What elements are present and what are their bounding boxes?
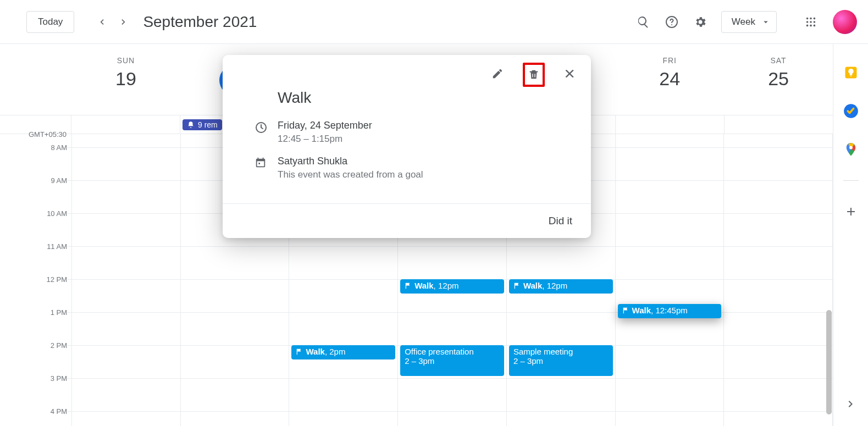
edit-event-button[interactable]	[486, 63, 508, 85]
day-of-month-label: 24	[615, 68, 724, 90]
allday-cell-fri[interactable]	[616, 115, 725, 134]
next-week-button[interactable]	[113, 11, 135, 33]
dropdown-caret-icon	[761, 17, 771, 27]
timezone-column-header	[0, 44, 71, 115]
day-of-month-label: 25	[724, 68, 833, 90]
help-icon	[665, 15, 678, 29]
side-panel-divider	[843, 180, 859, 181]
plus-icon	[844, 205, 858, 218]
maps-button[interactable]	[840, 139, 862, 161]
popover-origin: This event was created from a goal	[278, 169, 423, 180]
hour-label: 4 PM	[51, 407, 67, 416]
hour-label: 12 PM	[46, 275, 67, 284]
svg-point-6	[810, 21, 812, 23]
hour-label: 1 PM	[51, 308, 67, 317]
calendar-event[interactable]: Office presentation2 – 3pm	[400, 345, 504, 376]
calendar-event[interactable]: Walk, 12pm	[400, 279, 504, 294]
svg-point-14	[849, 146, 853, 150]
header: Today September 2021 Week	[0, 0, 868, 44]
view-selector[interactable]: Week	[721, 11, 777, 33]
hour-label: 3 PM	[51, 374, 67, 383]
maps-icon	[843, 142, 859, 157]
day-header-sat[interactable]: SAT 25	[724, 44, 833, 115]
close-popover-button[interactable]	[559, 63, 581, 85]
reminder-icon	[187, 121, 195, 129]
calendar-event[interactable]: Sample meeting2 – 3pm	[509, 345, 613, 376]
event-popover: Walk Friday, 24 September 12:45 – 1:15pm	[223, 55, 591, 238]
day-of-month-label: 19	[71, 68, 180, 90]
view-selector-label: Week	[732, 16, 755, 27]
clock-icon	[255, 121, 268, 134]
day-of-week-label: FRI	[615, 56, 724, 65]
svg-point-5	[806, 21, 809, 23]
delete-highlight-annotation	[523, 63, 545, 87]
chevron-right-icon	[118, 16, 129, 27]
keep-button[interactable]	[840, 62, 862, 84]
day-col-sat[interactable]	[724, 134, 833, 426]
chevron-left-icon	[96, 16, 107, 27]
hours-column: 8 AM9 AM10 AM11 AM12 PM1 PM2 PM3 PM4 PM	[0, 134, 71, 426]
day-header-sun[interactable]: SUN 19	[71, 44, 180, 115]
tasks-button[interactable]	[840, 100, 862, 122]
svg-point-8	[806, 24, 809, 26]
help-button[interactable]	[660, 10, 684, 34]
allday-cell-sat[interactable]	[725, 115, 833, 134]
day-col-sun[interactable]	[71, 134, 181, 426]
day-header-fri[interactable]: FRI 24	[615, 44, 724, 115]
reminder-chip[interactable]: 9 rem	[183, 119, 222, 130]
calendar-event[interactable]: Walk, 12:45pm	[618, 304, 722, 318]
today-button[interactable]: Today	[26, 11, 74, 33]
apps-grid-icon	[805, 16, 817, 28]
day-of-week-label: SUN	[71, 56, 180, 65]
trash-icon	[528, 69, 540, 81]
svg-point-7	[814, 21, 816, 23]
allday-cell-sun[interactable]	[71, 115, 180, 134]
nav-arrows	[91, 11, 135, 33]
popover-time: 12:45 – 1:15pm	[278, 134, 372, 145]
keep-icon	[843, 65, 859, 80]
pencil-icon	[491, 68, 504, 80]
scrollbar-thumb[interactable]	[826, 310, 832, 414]
gear-icon	[694, 15, 707, 29]
svg-point-2	[806, 17, 809, 19]
popover-actions	[223, 55, 591, 87]
day-of-week-label: SAT	[724, 56, 833, 65]
svg-point-4	[814, 17, 816, 19]
google-apps-button[interactable]	[799, 10, 823, 34]
calendar-event[interactable]: Walk, 12pm	[509, 279, 613, 294]
chevron-right-icon	[844, 397, 858, 411]
popover-event-title: Walk	[278, 89, 576, 107]
hour-label: 9 AM	[51, 176, 67, 185]
calendar-icon	[255, 157, 267, 169]
svg-point-10	[814, 24, 816, 26]
hide-side-panel-button[interactable]	[840, 393, 862, 415]
timezone-label-cell: GMT+05:30	[0, 115, 71, 134]
get-addons-button[interactable]	[840, 201, 862, 223]
day-col-fri[interactable]: Walk, 12:45pm	[616, 134, 725, 426]
side-panel	[833, 44, 868, 426]
popover-owner: Satyarth Shukla	[278, 156, 423, 167]
svg-point-9	[810, 24, 812, 26]
popover-date: Friday, 24 September	[278, 120, 372, 131]
did-it-button[interactable]: Did it	[549, 215, 572, 226]
delete-event-button[interactable]	[525, 65, 543, 85]
calendar-area: SUN 19 MON 20 TUE 21 WED 22 THU 23 FRI 2…	[0, 44, 833, 426]
hour-label: 2 PM	[51, 341, 67, 350]
hour-label: 8 AM	[51, 143, 67, 152]
reminder-chip-label: 9 rem	[198, 120, 218, 129]
month-title: September 2021	[143, 13, 257, 31]
account-avatar[interactable]	[833, 10, 857, 34]
svg-point-3	[810, 17, 812, 19]
prev-week-button[interactable]	[91, 11, 113, 33]
settings-button[interactable]	[688, 10, 712, 34]
svg-point-1	[671, 24, 672, 25]
search-icon	[637, 15, 650, 29]
tasks-icon	[843, 103, 859, 119]
search-button[interactable]	[631, 10, 655, 34]
close-icon	[564, 68, 576, 80]
calendar-event[interactable]: Walk, 2pm	[291, 345, 395, 359]
hour-label: 10 AM	[47, 209, 67, 218]
hour-label: 11 AM	[47, 242, 67, 251]
